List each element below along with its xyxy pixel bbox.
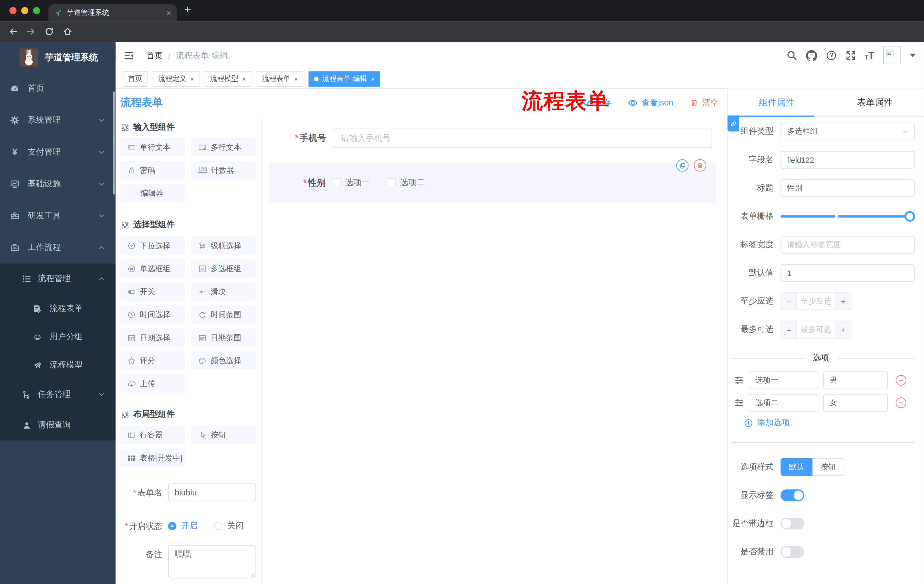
tag-process-form[interactable]: 流程表单× (257, 71, 303, 87)
component-row-container[interactable]: 行容器 (120, 426, 185, 444)
option-2-value-input[interactable]: 女 (823, 394, 888, 412)
sidebar-item-devtools[interactable]: 研发工具 (0, 200, 116, 232)
component-time-picker[interactable]: 时间选择 (120, 306, 185, 324)
copy-component-button[interactable] (676, 159, 688, 171)
window-close-button[interactable] (10, 7, 16, 14)
window-zoom-button[interactable] (33, 7, 40, 14)
gender-checkbox-2[interactable] (388, 178, 396, 186)
option-1-label-input[interactable]: 选项一 (749, 372, 818, 389)
default-value-input[interactable]: 1 (780, 264, 914, 282)
sidebar-item-workflow[interactable]: 工作流程 (0, 232, 116, 263)
view-json-button[interactable]: 查看json (628, 98, 673, 108)
tab-component-props[interactable]: 组件属性 (728, 89, 826, 117)
remove-option-button[interactable] (896, 397, 906, 408)
component-date-range[interactable]: 日期范围 (191, 329, 256, 347)
max-stepper-input[interactable]: 最多可选 (797, 321, 835, 338)
form-name-input[interactable]: biubiu (168, 484, 256, 501)
add-option-button[interactable]: 添加选项 (728, 416, 914, 429)
remove-option-button[interactable] (896, 375, 906, 386)
sidebar-item-user-group[interactable]: 用户分组 (0, 322, 116, 351)
tab-close-icon[interactable]: × (167, 8, 171, 17)
tag-close-icon[interactable]: × (190, 75, 194, 82)
browser-tab[interactable]: 芋道管理系统 × (48, 4, 177, 21)
tag-process-form-edit[interactable]: 流程表单-编辑× (309, 71, 380, 87)
link-icon[interactable] (728, 116, 739, 132)
component-cascader[interactable]: 级联选择 (191, 237, 256, 255)
tag-close-icon[interactable]: × (294, 75, 298, 82)
tab-form-props[interactable]: 表单属性 (826, 89, 924, 117)
component-checkbox-group[interactable]: 多选框组 (191, 260, 256, 278)
label-width-input[interactable]: 请输入标签宽度 (780, 236, 914, 254)
style-default-button[interactable]: 默认 (780, 458, 812, 476)
drag-handle-icon[interactable] (734, 376, 744, 385)
component-upload[interactable]: 上传 (120, 375, 185, 393)
radio-on-label[interactable]: 开启 (181, 521, 198, 531)
tag-close-icon[interactable]: × (242, 75, 246, 82)
component-textarea[interactable]: 多行文本 (191, 138, 256, 156)
sidebar-item-home[interactable]: 首页 (0, 72, 116, 104)
radio-on[interactable] (168, 522, 177, 530)
sidebar-item-process-mgmt[interactable]: 流程管理 (0, 264, 116, 294)
phone-field-input[interactable]: 请输入手机号 (333, 128, 712, 148)
border-toggle[interactable] (780, 518, 804, 530)
tag-process-definition[interactable]: 流程定义× (153, 71, 200, 87)
reload-icon[interactable] (44, 26, 54, 36)
hamburger-icon[interactable] (124, 51, 134, 61)
disabled-toggle[interactable] (780, 546, 804, 558)
window-minimize-button[interactable] (21, 7, 28, 14)
slider-handle[interactable] (904, 211, 915, 222)
sidebar-item-leave-query[interactable]: 请假查询 (0, 410, 116, 440)
component-time-range[interactable]: 时间范围 (191, 306, 256, 324)
option-1-value-input[interactable]: 男 (823, 372, 888, 389)
form-remark-textarea[interactable]: 嘿嘿 (168, 545, 256, 579)
component-editor[interactable]: 编辑器 (120, 184, 185, 202)
minus-button[interactable]: − (781, 293, 797, 310)
gender-checkbox-1[interactable] (333, 178, 341, 186)
component-type-select[interactable]: 多选框组 (780, 123, 914, 140)
tag-close-icon[interactable]: × (371, 75, 375, 82)
component-color-picker[interactable]: 颜色选择 (191, 351, 256, 370)
plus-button[interactable]: + (835, 321, 851, 338)
minus-button[interactable]: − (781, 321, 797, 338)
text-size-icon[interactable]: TT (865, 50, 874, 60)
sidebar-item-process-model[interactable]: 流程模型 (0, 351, 116, 379)
min-stepper-input[interactable]: 至少应选 (797, 293, 835, 310)
sidebar-item-payment[interactable]: ¥ 支付管理 (0, 136, 116, 168)
component-slider[interactable]: 滑块 (191, 283, 256, 301)
component-switch[interactable]: 开关 (120, 283, 185, 301)
style-button-button[interactable]: 按钮 (812, 458, 844, 476)
show-label-toggle[interactable] (780, 489, 804, 501)
radio-off[interactable] (214, 522, 223, 530)
delete-component-button[interactable] (694, 159, 706, 171)
radio-off-label[interactable]: 关闭 (227, 521, 244, 531)
tag-process-model[interactable]: 流程模型× (205, 71, 251, 87)
app-logo-row[interactable]: 芋道管理系统 (0, 42, 116, 72)
avatar[interactable] (883, 46, 901, 64)
home-icon[interactable] (63, 26, 73, 36)
field-name-input[interactable]: field122 (780, 151, 914, 169)
gender-option-1-label[interactable]: 选项一 (345, 178, 370, 188)
avatar-caret-icon[interactable] (910, 54, 916, 57)
option-2-label-input[interactable]: 选项二 (749, 394, 818, 412)
back-icon[interactable] (8, 26, 18, 36)
sidebar-item-task-mgmt[interactable]: 任务管理 (0, 379, 116, 410)
search-icon[interactable] (786, 50, 797, 61)
github-icon[interactable] (806, 50, 817, 61)
forward-icon[interactable] (26, 26, 36, 36)
gender-option-2-label[interactable]: 选项二 (400, 178, 425, 188)
plus-button[interactable]: + (835, 293, 851, 310)
sidebar-item-system[interactable]: 系统管理 (0, 104, 116, 136)
component-button[interactable]: 按钮 (191, 426, 256, 444)
form-canvas[interactable]: *手机号 请输入手机号 *性别 选项一 选项二 (262, 117, 727, 584)
breadcrumb-home[interactable]: 首页 (146, 51, 163, 61)
component-password[interactable]: 密码 (120, 161, 185, 179)
component-rate[interactable]: 评分 (120, 351, 185, 370)
component-table[interactable]: 表格[开发中] (120, 449, 185, 467)
new-tab-button[interactable]: + (184, 3, 191, 16)
component-radio-group[interactable]: 单选框组 (120, 260, 185, 278)
sidebar-item-infra[interactable]: 基础设施 (0, 168, 116, 200)
component-single-text[interactable]: 单行文本 (120, 138, 185, 156)
component-select[interactable]: 下拉选择 (120, 237, 185, 255)
fullscreen-icon[interactable] (845, 50, 856, 61)
help-icon[interactable] (826, 50, 836, 61)
